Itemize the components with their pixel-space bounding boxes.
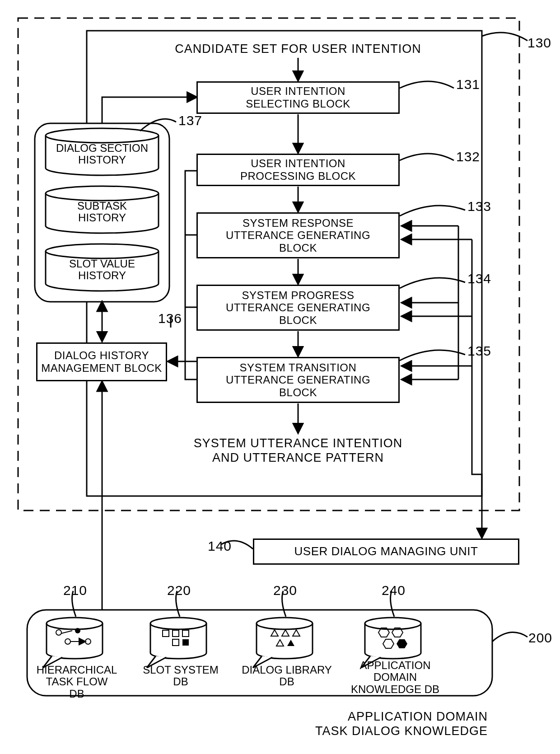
svg-point-27 <box>65 639 70 644</box>
block-label: USER DIALOG MANAGING UNIT <box>294 545 478 558</box>
subtask-history-label: SUBTASK HISTORY <box>46 200 159 224</box>
ref-130: 130 <box>527 35 551 51</box>
svg-point-37 <box>257 618 313 629</box>
ref-133: 133 <box>467 199 491 214</box>
svg-point-24 <box>47 618 103 629</box>
ref-135: 135 <box>467 343 491 359</box>
svg-point-25 <box>56 630 61 635</box>
ref-240: 240 <box>382 583 406 598</box>
svg-line-29 <box>61 631 72 633</box>
ref-137: 137 <box>178 113 202 128</box>
svg-rect-34 <box>182 630 189 637</box>
hierarchical-task-flow-db-label: HIERARCHICAL TASK FLOW DB <box>32 664 122 700</box>
svg-rect-33 <box>173 630 179 637</box>
svg-point-26 <box>75 628 80 633</box>
ref-230: 230 <box>273 583 297 598</box>
slot-system-db-label: SLOT SYSTEM DB <box>135 664 226 688</box>
svg-point-38 <box>365 618 421 629</box>
user-intention-selecting-block: USER INTENTION SELECTING BLOCK <box>196 81 400 114</box>
ref-220: 220 <box>167 583 191 598</box>
ref-210: 210 <box>63 583 87 598</box>
ref-200: 200 <box>528 630 552 646</box>
block-label: SYSTEM PROGRESS UTTERANCE GENERATING BLO… <box>226 289 370 327</box>
candidate-set-label: CANDIDATE SET FOR USER INTENTION <box>135 42 461 56</box>
svg-point-3 <box>46 128 159 143</box>
ref-140: 140 <box>208 539 232 554</box>
dialog-section-history-label: DIALOG SECTION HISTORY <box>46 142 159 166</box>
svg-point-4 <box>46 186 159 201</box>
svg-rect-32 <box>163 630 169 637</box>
user-intention-processing-block: USER INTENTION PROCESSING BLOCK <box>196 154 400 186</box>
ref-131: 131 <box>456 77 480 92</box>
diagram-stage: CANDIDATE SET FOR USER INTENTION USER IN… <box>0 0 560 754</box>
ref-136: 136 <box>158 311 182 326</box>
system-utterance-output-label: SYSTEM UTTERANCE INTENTION AND UTTERANCE… <box>172 436 425 465</box>
svg-point-28 <box>85 639 91 644</box>
dialog-library-db-label: DIALOG LIBRARY DB <box>239 664 334 688</box>
application-domain-knowledge-db-label: APPLICATION DOMAIN KNOWLEDGE DB <box>348 660 443 695</box>
ref-132: 132 <box>456 149 480 164</box>
svg-rect-36 <box>182 639 189 646</box>
svg-point-5 <box>46 244 159 258</box>
app-domain-footer-label: APPLICATION DOMAIN TASK DIALOG KNOWLEDGE <box>253 709 488 739</box>
svg-rect-35 <box>173 639 179 646</box>
block-label: SYSTEM RESPONSE UTTERANCE GENERATING BLO… <box>226 217 370 254</box>
block-label: USER INTENTION SELECTING BLOCK <box>246 85 350 110</box>
block-label: SYSTEM TRANSITION UTTERANCE GENERATING B… <box>226 361 370 399</box>
system-response-block: SYSTEM RESPONSE UTTERANCE GENERATING BLO… <box>196 212 400 258</box>
block-label: DIALOG HISTORY MANAGEMENT BLOCK <box>41 349 162 374</box>
system-transition-block: SYSTEM TRANSITION UTTERANCE GENERATING B… <box>196 357 400 403</box>
dialog-history-management-block: DIALOG HISTORY MANAGEMENT BLOCK <box>36 342 167 381</box>
system-progress-block: SYSTEM PROGRESS UTTERANCE GENERATING BLO… <box>196 285 400 331</box>
user-dialog-managing-unit: USER DIALOG MANAGING UNIT <box>253 539 519 565</box>
ref-134: 134 <box>467 271 491 286</box>
slot-value-history-label: SLOT VALUE HISTORY <box>46 258 159 282</box>
svg-point-31 <box>150 618 206 629</box>
block-label: USER INTENTION PROCESSING BLOCK <box>240 157 356 182</box>
